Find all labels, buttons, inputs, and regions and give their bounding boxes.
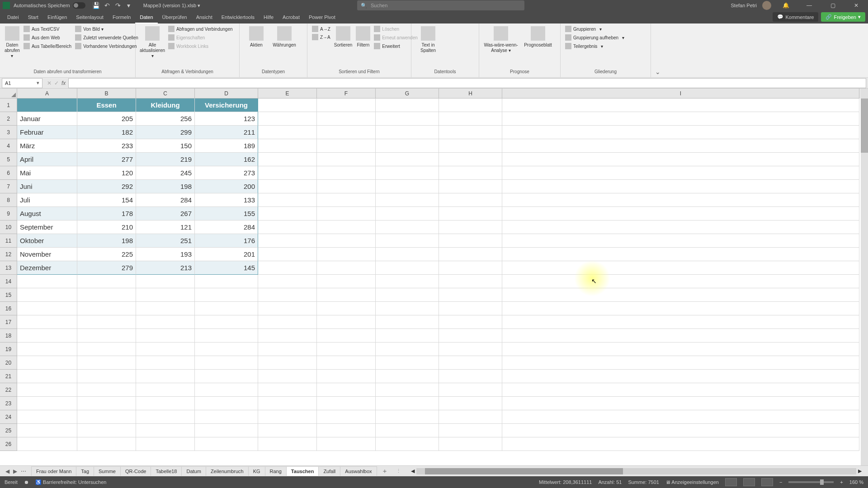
cell[interactable]: Februar xyxy=(17,126,77,139)
sheet-nav-next-icon[interactable]: ▶ xyxy=(13,468,17,474)
cell[interactable] xyxy=(376,221,439,234)
cell[interactable] xyxy=(502,126,859,139)
cell[interactable] xyxy=(77,410,136,424)
save-icon[interactable]: 💾 xyxy=(91,1,102,10)
cell[interactable] xyxy=(502,207,859,221)
cell[interactable] xyxy=(258,343,317,356)
cell[interactable] xyxy=(502,410,859,424)
zoom-slider[interactable] xyxy=(788,481,834,483)
cell[interactable] xyxy=(258,397,317,410)
cell[interactable] xyxy=(376,180,439,193)
cell[interactable] xyxy=(502,261,859,275)
ribbon-item[interactable]: Gruppieren ▾ xyxy=(564,25,625,33)
maximize-button[interactable]: ▢ xyxy=(824,0,842,11)
cell[interactable] xyxy=(439,410,502,424)
row-header[interactable]: 8 xyxy=(0,193,17,207)
cell[interactable]: Dezember xyxy=(17,261,77,275)
ribbon-item[interactable]: Aus Tabelle/Bereich xyxy=(23,42,72,50)
cell[interactable] xyxy=(439,275,502,288)
cell[interactable] xyxy=(502,153,859,166)
cell[interactable]: 277 xyxy=(77,153,136,166)
tab-entwicklertools[interactable]: Entwicklertools xyxy=(217,12,259,23)
undo-icon[interactable]: ↶ xyxy=(102,1,113,10)
cell[interactable] xyxy=(317,99,376,112)
cell[interactable] xyxy=(502,343,859,356)
col-header-C[interactable]: C xyxy=(136,89,195,99)
cell[interactable] xyxy=(17,370,77,383)
cell[interactable]: 176 xyxy=(195,234,258,248)
cell[interactable]: 198 xyxy=(77,234,136,248)
cell[interactable] xyxy=(258,166,317,180)
tab-überprüfen[interactable]: Überprüfen xyxy=(158,12,192,23)
cell[interactable]: Oktober xyxy=(17,234,77,248)
cell[interactable] xyxy=(317,315,376,329)
user-name[interactable]: Stefan Petri xyxy=(731,3,757,8)
cell[interactable] xyxy=(317,180,376,193)
row-header[interactable]: 18 xyxy=(0,329,17,343)
cell[interactable]: 233 xyxy=(77,139,136,153)
col-header-G[interactable]: G xyxy=(376,89,439,99)
cell[interactable] xyxy=(77,315,136,329)
aktien-button[interactable]: Aktien xyxy=(243,25,269,49)
zoom-level[interactable]: 160 % xyxy=(849,479,863,485)
cell[interactable] xyxy=(136,397,195,410)
cell[interactable] xyxy=(502,221,859,234)
tab-acrobat[interactable]: Acrobat xyxy=(278,12,304,23)
cell[interactable] xyxy=(376,424,439,437)
macro-record-icon[interactable]: ⏺ xyxy=(24,479,29,485)
cell[interactable] xyxy=(258,315,317,329)
row-header[interactable]: 15 xyxy=(0,288,17,302)
ribbon-item[interactable]: Teilergebnis ▾ xyxy=(564,42,625,50)
sort-za-button[interactable]: Z→A xyxy=(311,33,331,41)
name-box[interactable]: A1▾ xyxy=(2,78,42,88)
cell[interactable] xyxy=(439,397,502,410)
row-header[interactable]: 20 xyxy=(0,356,17,370)
sheet-tab[interactable]: Rang xyxy=(265,466,287,476)
cell[interactable] xyxy=(258,329,317,343)
daten-abrufen-button[interactable]: Daten abrufen ▾ xyxy=(4,25,21,60)
view-normal-button[interactable] xyxy=(725,478,737,486)
cell[interactable] xyxy=(502,139,859,153)
row-header[interactable]: 14 xyxy=(0,275,17,288)
cell[interactable]: 256 xyxy=(136,112,195,126)
cell[interactable] xyxy=(502,248,859,261)
cell[interactable] xyxy=(502,370,859,383)
cell[interactable]: 299 xyxy=(136,126,195,139)
filename-label[interactable]: Mappe3 (version 1).xlsb ▾ xyxy=(143,3,200,9)
cell[interactable] xyxy=(258,383,317,397)
sheet-tab[interactable]: Zufall xyxy=(318,466,340,476)
cell[interactable] xyxy=(439,99,502,112)
row-header[interactable]: 6 xyxy=(0,166,17,180)
add-sheet-button[interactable]: ＋ xyxy=(377,465,392,477)
cell[interactable] xyxy=(439,180,502,193)
cell[interactable]: 150 xyxy=(136,139,195,153)
cell[interactable]: September xyxy=(17,221,77,234)
cell[interactable] xyxy=(77,437,136,451)
cell[interactable]: 273 xyxy=(195,166,258,180)
cell[interactable]: 201 xyxy=(195,248,258,261)
cell[interactable] xyxy=(258,437,317,451)
cell[interactable] xyxy=(195,302,258,315)
avatar[interactable] xyxy=(762,1,771,10)
cell[interactable]: 123 xyxy=(195,112,258,126)
cell[interactable] xyxy=(502,275,859,288)
cell[interactable] xyxy=(195,288,258,302)
cell[interactable] xyxy=(17,315,77,329)
cell[interactable] xyxy=(376,139,439,153)
cell[interactable] xyxy=(502,315,859,329)
ribbon-item[interactable]: Abfragen und Verbindungen xyxy=(167,25,234,33)
cell[interactable] xyxy=(317,275,376,288)
cell[interactable] xyxy=(439,248,502,261)
cell[interactable] xyxy=(258,193,317,207)
cell[interactable]: 267 xyxy=(136,207,195,221)
row-header[interactable]: 4 xyxy=(0,139,17,153)
cell[interactable] xyxy=(317,302,376,315)
cell[interactable]: August xyxy=(17,207,77,221)
cell[interactable] xyxy=(439,166,502,180)
cell[interactable]: Juni xyxy=(17,180,77,193)
cell[interactable] xyxy=(439,356,502,370)
cell[interactable] xyxy=(136,302,195,315)
cell[interactable] xyxy=(376,356,439,370)
cell[interactable] xyxy=(17,410,77,424)
cell[interactable] xyxy=(136,383,195,397)
